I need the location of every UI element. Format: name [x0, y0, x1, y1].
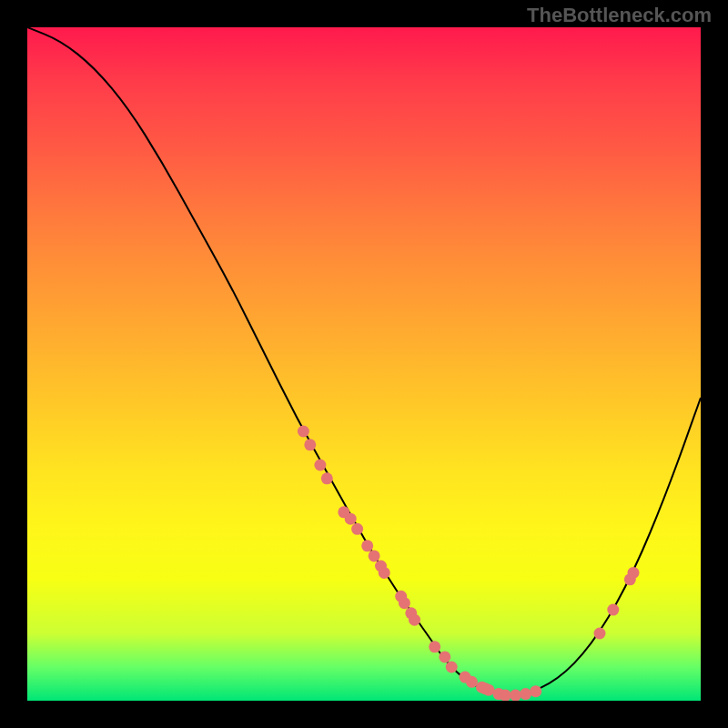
data-point: [500, 690, 511, 701]
watermark-text: TheBottleneck.com: [527, 4, 712, 27]
data-point: [399, 597, 410, 609]
data-point: [466, 676, 478, 688]
data-point: [628, 567, 640, 579]
data-point: [409, 614, 420, 626]
data-point: [607, 604, 619, 616]
data-point: [594, 628, 606, 640]
data-point: [482, 684, 494, 696]
data-point: [429, 641, 440, 652]
bottleneck-curve: [27, 27, 701, 695]
data-points-group: [298, 426, 640, 702]
chart-container: TheBottleneck.com: [0, 0, 728, 728]
data-point: [379, 567, 390, 579]
data-point: [345, 513, 357, 525]
data-point: [530, 685, 541, 697]
data-point: [439, 651, 450, 662]
data-point: [351, 523, 363, 535]
data-point: [298, 426, 309, 438]
data-point: [369, 550, 380, 561]
data-point: [361, 540, 373, 551]
gradient-plot-area: [27, 27, 701, 701]
data-point: [510, 690, 521, 701]
data-point: [321, 472, 333, 484]
data-point: [446, 662, 458, 673]
chart-svg: [27, 27, 701, 701]
data-point: [304, 439, 316, 450]
data-point: [314, 460, 326, 471]
data-point: [520, 688, 531, 700]
